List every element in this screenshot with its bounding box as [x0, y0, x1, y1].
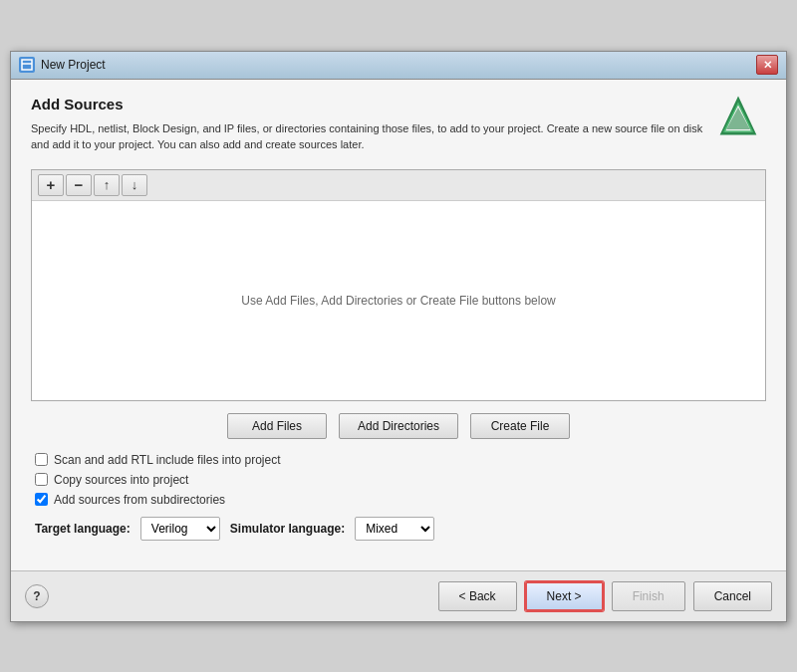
simulator-language-label: Simulator language:	[230, 522, 345, 536]
header-area: Add Sources Specify HDL, netlist, Block …	[31, 96, 766, 169]
add-subdirs-label: Add sources from subdirectories	[54, 493, 225, 507]
window-title: New Project	[41, 58, 106, 72]
remove-file-toolbar-btn[interactable]: −	[66, 174, 92, 196]
add-subdirs-checkbox[interactable]	[35, 493, 48, 506]
minus-icon: −	[75, 176, 84, 193]
scan-rtl-label: Scan and add RTL include files into proj…	[54, 453, 280, 467]
add-directories-button[interactable]: Add Directories	[339, 413, 458, 439]
arrow-down-icon: ↓	[132, 177, 138, 192]
finish-button[interactable]: Finish	[612, 581, 685, 611]
vivado-logo	[714, 96, 762, 143]
title-bar: New Project ✕	[11, 52, 786, 80]
logo-area	[714, 96, 766, 147]
options-area: Scan and add RTL include files into proj…	[31, 453, 766, 541]
file-list-empty-message: Use Add Files, Add Directories or Create…	[241, 294, 555, 308]
plus-icon: +	[47, 176, 56, 193]
help-button[interactable]: ?	[25, 584, 49, 608]
copy-sources-row: Copy sources into project	[35, 473, 762, 487]
file-list-toolbar: + − ↑ ↓	[32, 170, 765, 201]
main-window: New Project ✕ Add Sources Specify HDL, n…	[10, 51, 787, 622]
cancel-button[interactable]: Cancel	[693, 581, 772, 611]
copy-sources-label: Copy sources into project	[54, 473, 188, 487]
file-list-body: Use Add Files, Add Directories or Create…	[32, 201, 765, 400]
close-button[interactable]: ✕	[756, 55, 778, 75]
footer-right: < Back Next > Finish Cancel	[438, 581, 772, 611]
target-language-label: Target language:	[35, 522, 131, 536]
scan-rtl-checkbox[interactable]	[35, 453, 48, 466]
content-area: Add Sources Specify HDL, netlist, Block …	[11, 80, 786, 570]
file-list-area: + − ↑ ↓ Use Add Files, Add Directories o…	[31, 169, 766, 401]
scan-rtl-row: Scan and add RTL include files into proj…	[35, 453, 762, 467]
header-text: Add Sources Specify HDL, netlist, Block …	[31, 96, 714, 169]
title-bar-left: New Project	[19, 57, 106, 73]
simulator-language-select[interactable]: Mixed Verilog VHDL	[355, 517, 434, 541]
create-file-button[interactable]: Create File	[470, 413, 570, 439]
arrow-up-icon: ↑	[104, 177, 111, 192]
section-desc: Specify HDL, netlist, Block Design, and …	[31, 120, 708, 153]
footer-left: ?	[25, 584, 49, 608]
section-title: Add Sources	[31, 96, 714, 112]
add-files-button[interactable]: Add Files	[227, 413, 327, 439]
language-row: Target language: Verilog VHDL Simulator …	[35, 517, 762, 541]
copy-sources-checkbox[interactable]	[35, 473, 48, 486]
target-language-select[interactable]: Verilog VHDL	[140, 517, 220, 541]
action-buttons-row: Add Files Add Directories Create File	[31, 413, 766, 439]
add-file-toolbar-btn[interactable]: +	[38, 174, 64, 196]
add-subdirs-row: Add sources from subdirectories	[35, 493, 762, 507]
move-up-toolbar-btn[interactable]: ↑	[94, 174, 120, 196]
move-down-toolbar-btn[interactable]: ↓	[122, 174, 147, 196]
svg-rect-0	[22, 60, 32, 70]
back-button[interactable]: < Back	[438, 581, 517, 611]
window-icon	[19, 57, 35, 73]
next-button[interactable]: Next >	[525, 581, 604, 611]
footer: ? < Back Next > Finish Cancel	[11, 570, 786, 621]
